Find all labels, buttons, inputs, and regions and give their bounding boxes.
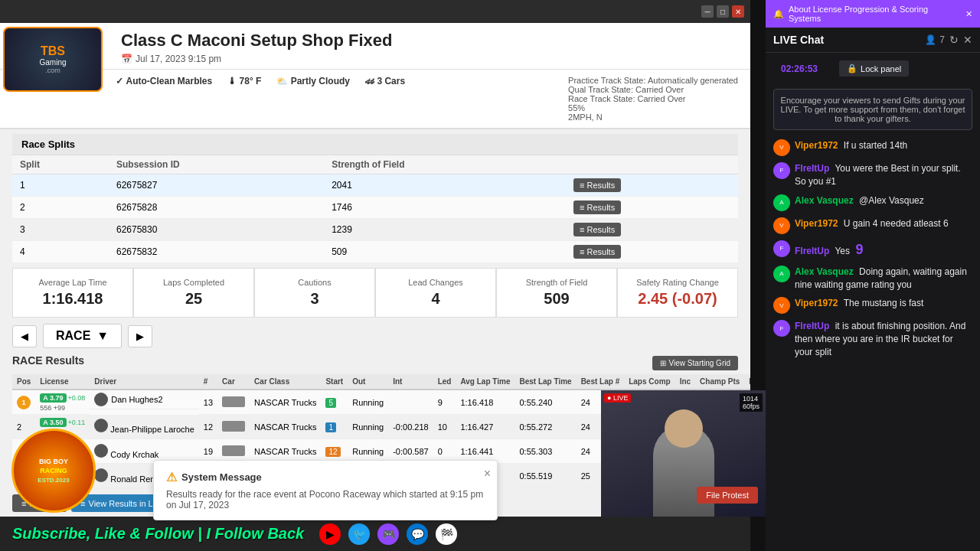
- led-header: Led: [433, 374, 456, 390]
- humidity: 55%: [568, 103, 738, 112]
- avatar-fireitup-2: F: [773, 240, 790, 257]
- system-message-title: System Message: [181, 471, 262, 483]
- live-badge: ● LIVE: [604, 393, 631, 403]
- split-2-results-btn[interactable]: ≡ Results: [573, 201, 621, 214]
- track-info-bar: Pocono Raceway ✓ Auto-Clean Marbles 🌡 78…: [0, 70, 750, 129]
- stats-row: Average Lap Time 1:16.418 Laps Completed…: [12, 268, 738, 318]
- num-header: #: [199, 374, 217, 390]
- chat-header: LIVE Chat 👤 7 ↻ ✕: [766, 28, 980, 53]
- split-row-4: 4 62675832 509 ≡ Results: [12, 241, 738, 263]
- chat-panel: 🔔 About License Progression & Scoring Sy…: [766, 0, 980, 551]
- bbr-logo: BIG BOY RACING ESTD.2023: [11, 429, 96, 513]
- follow-icon: 🏁: [436, 523, 457, 545]
- username-fireitup-3: FIreItUp: [795, 321, 829, 331]
- file-protest-btn[interactable]: File Protest: [697, 487, 758, 504]
- chat-refresh-btn[interactable]: ↻: [949, 34, 959, 46]
- safety-rating-stat: Safety Rating Change 2.45 (-0.07): [617, 268, 738, 318]
- temp-icon: 🌡: [227, 76, 237, 86]
- car-header: Car: [217, 374, 250, 390]
- subscribe-banner: Subscribe, Like & Follow | I Follow Back…: [0, 517, 750, 551]
- cautions-stat: Cautions 3: [254, 268, 375, 318]
- weather-icon: ⛅: [276, 76, 288, 86]
- twitch-icon: 🎮: [377, 523, 399, 545]
- cars-icon: 🏎: [365, 76, 374, 86]
- username-viper1972-3: Viper1972: [795, 298, 838, 308]
- race-splits-section: Race Splits Split Subsession ID Strength…: [12, 134, 738, 263]
- laps-comp-header: Laps Comp: [624, 374, 675, 390]
- avatar-viper1972-3: V: [773, 297, 790, 314]
- wind: 2MPH, N: [568, 112, 738, 122]
- gift-promo-text: Encourage your viewers to send Gifts dur…: [781, 96, 965, 123]
- avatar-fireitup-3: F: [773, 320, 790, 337]
- avatar-fireitup: F: [773, 162, 790, 179]
- viewer-count: 👤 7: [925, 34, 945, 45]
- close-button[interactable]: ✕: [732, 5, 744, 18]
- inc-header: Inc: [675, 374, 695, 390]
- splits-title: Race Splits: [12, 134, 738, 155]
- split-row-2: 2 62675828 1746 ≡ Results: [12, 197, 738, 219]
- race-state: Race Track State: Carried Over: [568, 94, 738, 103]
- next-race-btn[interactable]: ▶: [128, 325, 152, 347]
- header-meta: 📅 Jul 17, 2023 9:15 pm: [121, 54, 393, 64]
- lock-panel-btn[interactable]: 🔒 Lock panel: [839, 60, 909, 77]
- notification-icon: 🔔: [773, 9, 784, 19]
- system-message: ⚠ System Message Results ready for the r…: [153, 460, 498, 520]
- sof-col-header: Strength of Field: [324, 155, 566, 174]
- page-header: Class C Maconi Setup Shop Fixed 📅 Jul 17…: [0, 23, 750, 70]
- webcam-stats: 101460fps: [740, 393, 763, 412]
- date-meta: 📅 Jul 17, 2023 9:15 pm: [121, 54, 221, 64]
- chat-message-2: F FIreItUp You were the Best in your spl…: [773, 162, 972, 188]
- subscribe-text: Subscribe, Like & Follow | I Follow Back: [12, 525, 304, 543]
- view-starting-grid-btn[interactable]: ⊞ View Starting Grid: [652, 356, 738, 370]
- gift-promo: Encourage your viewers to send Gifts dur…: [773, 89, 972, 130]
- split-row-1: 1 62675827 2041 ≡ Results: [12, 174, 738, 197]
- logo-domain: .com: [39, 67, 66, 74]
- chat-close-btn[interactable]: ✕: [963, 34, 972, 46]
- avatar-alexvasquez-2: A: [773, 266, 790, 282]
- split-4-results-btn[interactable]: ≡ Results: [573, 245, 621, 259]
- grid-icon: ⊞: [660, 359, 666, 367]
- start-header: Start: [321, 374, 348, 390]
- window-top-bar: ─ □ ✕: [0, 0, 750, 23]
- checkmark-icon: ✓: [116, 76, 123, 86]
- chat-message-8: F FIreItUp it is about finishing positio…: [773, 320, 972, 358]
- chat-message-4: V Viper1972 U gain 4 needed atleast 6: [773, 217, 972, 234]
- calendar-icon: 📅: [121, 54, 132, 64]
- notification-bar[interactable]: 🔔 About License Progression & Scoring Sy…: [766, 0, 980, 28]
- int-header: Int: [388, 374, 433, 390]
- cars: 🏎 3 Cars: [365, 76, 405, 86]
- maximize-button[interactable]: □: [717, 5, 729, 18]
- lock-icon: 🔒: [847, 64, 858, 73]
- logo-gaming: Gaming: [39, 58, 66, 67]
- chat-message-1: V Viper1972 If u started 14th: [773, 139, 972, 156]
- qual-state: Qual Track State: Carried Over: [568, 85, 738, 94]
- cheer-number: 9: [855, 242, 863, 257]
- auto-clean: ✓ Auto-Clean Marbles: [116, 76, 212, 86]
- username-alexvasquez-2: Alex Vasquez: [795, 266, 854, 277]
- page-title: Class C Maconi Setup Shop Fixed: [121, 31, 393, 51]
- race-navigation: ◀ RACE ▼ ▶: [12, 324, 738, 348]
- avatar-viper1972-2: V: [773, 217, 790, 234]
- twitter-icon: 🐦: [348, 523, 370, 545]
- best-lap-num-header: Best Lap #: [577, 374, 625, 390]
- username-fireitup: FIreItUp: [795, 163, 829, 174]
- logo-tbs: TBS: [39, 44, 66, 58]
- splits-table: Split Subsession ID Strength of Field 1 …: [12, 155, 738, 263]
- date-value: Jul 17, 2023 9:15 pm: [136, 54, 221, 64]
- split-3-results-btn[interactable]: ≡ Results: [573, 223, 621, 236]
- avatar-alexvasquez: A: [773, 194, 790, 211]
- practice-state: Practice Track State: Automatically gene…: [568, 76, 738, 85]
- minimize-button[interactable]: ─: [701, 5, 714, 18]
- notification-text: About License Progression & Scoring Syst…: [789, 5, 961, 23]
- temp: 🌡 78° F: [227, 76, 261, 86]
- notification-close-btn[interactable]: ✕: [965, 9, 972, 19]
- split-1-results-btn[interactable]: ≡ Results: [573, 178, 621, 192]
- sof-stat: Strength of Field 509: [496, 268, 617, 318]
- driver-header: Driver: [90, 374, 199, 390]
- chat-controls: 👤 7 ↻ ✕: [925, 34, 972, 46]
- lead-changes-stat: Lead Changes 4: [375, 268, 496, 318]
- username-viper1972: Viper1972: [795, 140, 838, 151]
- system-message-close-btn[interactable]: ×: [484, 467, 491, 481]
- avg-lap-header: Avg Lap Time: [456, 374, 514, 390]
- champ-pts-header: Champ Pts: [695, 374, 744, 390]
